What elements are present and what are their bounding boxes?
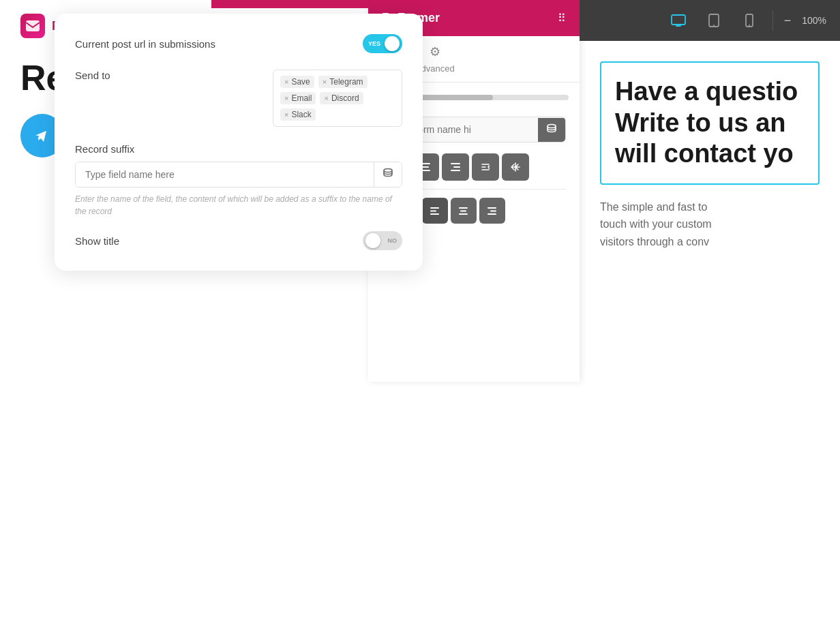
toggle-off-knob (365, 233, 380, 248)
svg-point-42 (713, 25, 715, 26)
show-title-toggle[interactable]: NO (363, 231, 402, 250)
svg-point-20 (548, 124, 556, 127)
toggle-off-label: NO (388, 237, 397, 244)
toggle-off[interactable]: NO (363, 231, 402, 250)
logo-icon (20, 14, 45, 38)
record-suffix-input-container (75, 162, 402, 188)
content-align-left[interactable] (422, 198, 448, 224)
tag-save: × Save (280, 76, 314, 88)
tag-email: × Email (280, 92, 316, 104)
preview-heading-line3: will contact yo (615, 138, 805, 170)
show-title-row: Show title NO (75, 231, 402, 250)
svg-rect-29 (451, 170, 460, 171)
record-suffix-db-icon[interactable] (374, 162, 402, 187)
toggle-on-label: YES (368, 40, 380, 47)
preview-heading-line1: Have a questio (615, 76, 805, 108)
tag-telegram-label: Telegram (329, 77, 363, 87)
tag-save-remove[interactable]: × (284, 78, 288, 86)
preview-heading-box: Have a questio Write to us an will conta… (600, 61, 820, 185)
svg-rect-25 (422, 166, 429, 168)
send-to-row: Send to × Save × Telegram × Email × Disc… (75, 70, 402, 127)
preview-heading-line2: Write to us an (615, 108, 805, 139)
toolbar-divider (772, 10, 773, 31)
content-align-group (422, 198, 505, 224)
content-align-center[interactable] (451, 198, 477, 224)
send-to-label: Send to (75, 70, 110, 81)
align-right-btn[interactable] (442, 153, 469, 181)
content-align-right[interactable] (479, 198, 505, 224)
record-suffix-label: Record suffix (75, 143, 402, 155)
current-post-url-label: Current post url in submissions (75, 38, 215, 50)
svg-rect-34 (459, 207, 468, 209)
tag-discord-remove[interactable]: × (324, 94, 328, 102)
current-post-url-row: Current post url in submissions YES (75, 34, 402, 53)
zoom-level: 100% (802, 15, 826, 26)
form-name-db-icon[interactable] (538, 118, 565, 142)
tag-discord-label: Discord (331, 93, 359, 103)
tag-slack: × Slack (280, 108, 316, 121)
tag-slack-remove[interactable]: × (284, 110, 288, 119)
mobile-view-btn[interactable] (737, 8, 762, 33)
svg-rect-27 (451, 163, 460, 164)
svg-rect-37 (487, 207, 496, 209)
advanced-icon: ⚙ (430, 44, 440, 59)
justify-btn[interactable] (472, 153, 499, 181)
svg-rect-35 (460, 210, 466, 211)
svg-rect-0 (26, 20, 40, 31)
compress-btn[interactable] (502, 153, 529, 181)
tag-slack-label: Slack (291, 110, 311, 119)
show-title-label: Show title (75, 235, 119, 247)
desktop-view-btn[interactable] (666, 8, 691, 33)
svg-rect-28 (453, 166, 460, 168)
svg-rect-36 (459, 213, 468, 215)
preview-area: Have a questio Write to us an will conta… (580, 41, 840, 630)
settings-card: Current post url in submissions YES Send… (55, 14, 423, 271)
toggle-knob (385, 36, 400, 51)
svg-rect-31 (430, 207, 439, 209)
record-suffix-section: Record suffix Enter the name of the fiel… (75, 143, 402, 217)
svg-rect-32 (430, 210, 436, 211)
preview-text-line1: The simple and fast to (600, 198, 820, 216)
svg-rect-33 (430, 213, 439, 215)
svg-rect-40 (672, 15, 685, 25)
preview-body-text: The simple and fast to touch with your c… (600, 198, 820, 251)
svg-rect-39 (487, 213, 496, 215)
grid-icon[interactable]: ⠿ (558, 12, 566, 25)
preview-heading: Have a questio Write to us an will conta… (615, 76, 805, 170)
svg-point-44 (749, 25, 750, 26)
tag-save-label: Save (291, 77, 310, 87)
tag-email-label: Email (291, 93, 312, 103)
tablet-view-btn[interactable] (702, 8, 726, 33)
svg-point-19 (384, 169, 392, 172)
tag-telegram-remove[interactable]: × (322, 78, 327, 86)
tag-email-remove[interactable]: × (284, 94, 288, 102)
preview-text-line2: touch with your custom (600, 215, 820, 233)
preview-content: Have a questio Write to us an will conta… (580, 41, 840, 630)
preview-text-line3: visitors through a conv (600, 233, 820, 251)
current-post-url-toggle[interactable]: YES (363, 34, 402, 53)
send-to-tags[interactable]: × Save × Telegram × Email × Discord × Sl… (273, 70, 402, 127)
zoom-out-btn[interactable]: − (784, 14, 792, 28)
toggle-on[interactable]: YES (363, 34, 402, 53)
tag-telegram: × Telegram (318, 76, 368, 88)
svg-rect-38 (490, 210, 496, 211)
record-suffix-helper: Enter the name of the field, the content… (75, 193, 402, 217)
red-accent-bar (211, 0, 368, 8)
record-suffix-input[interactable] (76, 162, 374, 187)
elementor-toolbar: − 100% (580, 0, 840, 41)
tag-discord: × Discord (320, 92, 363, 104)
